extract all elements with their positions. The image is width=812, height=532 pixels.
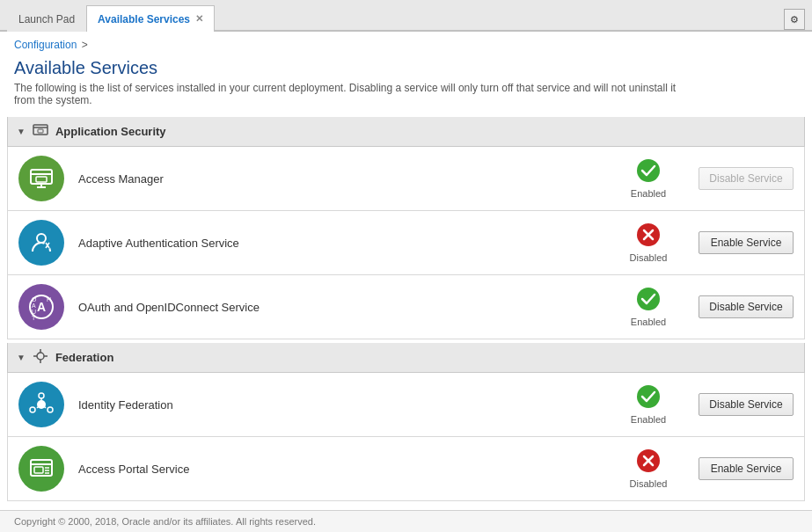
section-header-federation[interactable]: ▼Federation xyxy=(7,343,805,373)
status-text: Disabled xyxy=(630,252,668,263)
service-logo-access-manager xyxy=(18,156,64,201)
section-label: Application Security xyxy=(55,125,166,138)
page-title: Available Services xyxy=(0,55,812,82)
svg-point-23 xyxy=(637,288,660,310)
service-status-oauth-openid: Enabled xyxy=(609,287,688,327)
svg-point-24 xyxy=(37,353,44,360)
action-btn-oauth-openid[interactable]: Disable Service xyxy=(699,295,794,318)
tab-label: Available Services xyxy=(98,13,190,26)
close-tab-icon[interactable]: ✕ xyxy=(195,13,203,25)
page-subtitle: The following is the list of services in… xyxy=(0,82,704,113)
tab-available-services[interactable]: Available Services ✕ xyxy=(86,5,215,32)
service-name-adaptive-auth: Adaptive Authentication Service xyxy=(78,237,609,250)
enabled-icon xyxy=(636,384,661,412)
disabled-icon xyxy=(636,448,661,477)
service-row-identity-federation: Identity FederationEnabledDisable Servic… xyxy=(7,373,805,437)
collapse-icon: ▼ xyxy=(17,127,26,136)
action-btn-adaptive-auth[interactable]: Enable Service xyxy=(699,231,794,254)
tab-list: Launch Pad Available Services ✕ ⚙ xyxy=(0,0,812,32)
status-text: Enabled xyxy=(631,414,666,425)
action-btn-identity-federation[interactable]: Disable Service xyxy=(699,393,794,416)
svg-point-9 xyxy=(37,234,46,243)
svg-point-30 xyxy=(39,393,44,398)
svg-point-31 xyxy=(48,407,53,412)
footer: Copyright © 2000, 2018, Oracle and/or it… xyxy=(0,510,812,532)
enabled-icon xyxy=(636,287,661,315)
collapse-icon: ▼ xyxy=(17,353,26,362)
service-status-access-manager: Enabled xyxy=(609,158,688,199)
tabs-bar: Launch Pad Available Services ✕ ⚙ xyxy=(0,0,812,32)
disabled-icon xyxy=(636,222,661,251)
service-name-access-manager: Access Manager xyxy=(78,172,609,186)
service-logo-adaptive-auth xyxy=(18,220,64,266)
status-text: Enabled xyxy=(631,188,666,199)
section-type-icon xyxy=(33,348,48,367)
svg-rect-5 xyxy=(36,177,47,182)
svg-text:A: A xyxy=(37,300,46,314)
service-status-access-portal: Disabled xyxy=(609,448,688,489)
breadcrumb-separator: > xyxy=(82,39,88,51)
service-logo-identity-federation xyxy=(18,382,64,427)
service-row-access-manager: Access ManagerEnabledDisable Service xyxy=(7,147,805,211)
svg-point-37 xyxy=(637,385,660,408)
service-status-identity-federation: Enabled xyxy=(609,384,688,425)
service-row-adaptive-auth: Adaptive Authentication ServiceDisabledE… xyxy=(7,211,805,275)
breadcrumb: Configuration > xyxy=(0,32,812,55)
settings-icon[interactable]: ⚙ xyxy=(784,9,805,30)
svg-text:A: A xyxy=(32,302,36,309)
svg-point-8 xyxy=(637,159,660,182)
service-name-oauth-openid: OAuth and OpenIDConnect Service xyxy=(78,301,609,314)
enabled-icon xyxy=(636,158,661,186)
svg-text:U: U xyxy=(32,309,36,315)
service-row-oauth-openid: AOAUTHOAuth and OpenIDConnect ServiceEna… xyxy=(7,275,805,339)
action-btn-access-portal[interactable]: Enable Service xyxy=(699,457,794,480)
service-status-adaptive-auth: Disabled xyxy=(609,222,688,263)
service-name-access-portal: Access Portal Service xyxy=(78,463,609,476)
tab-launch-pad[interactable]: Launch Pad xyxy=(7,5,86,32)
service-logo-oauth-openid: AOAUTH xyxy=(18,284,64,330)
svg-point-32 xyxy=(30,407,35,412)
breadcrumb-config[interactable]: Configuration xyxy=(14,39,77,51)
copyright-text: Copyright © 2000, 2018, Oracle and/or it… xyxy=(14,516,316,527)
svg-text:H: H xyxy=(47,296,51,302)
content-area: ▼Application SecurityAccess ManagerEnabl… xyxy=(0,113,812,510)
service-row-access-portal: Access Portal ServiceDisabledEnable Serv… xyxy=(7,437,805,501)
service-logo-access-portal xyxy=(18,446,64,492)
svg-text:T: T xyxy=(32,315,36,321)
status-text: Enabled xyxy=(631,317,666,327)
action-btn-access-manager: Disable Service xyxy=(699,167,794,190)
svg-rect-2 xyxy=(38,129,43,133)
section-type-icon xyxy=(33,122,48,141)
tab-label: Launch Pad xyxy=(18,13,75,26)
service-name-identity-federation: Identity Federation xyxy=(78,398,609,412)
svg-text:O: O xyxy=(32,296,37,302)
section-header-app-security[interactable]: ▼Application Security xyxy=(7,117,805,147)
svg-rect-40 xyxy=(34,467,43,473)
status-text: Disabled xyxy=(630,478,668,489)
section-label: Federation xyxy=(55,351,113,364)
